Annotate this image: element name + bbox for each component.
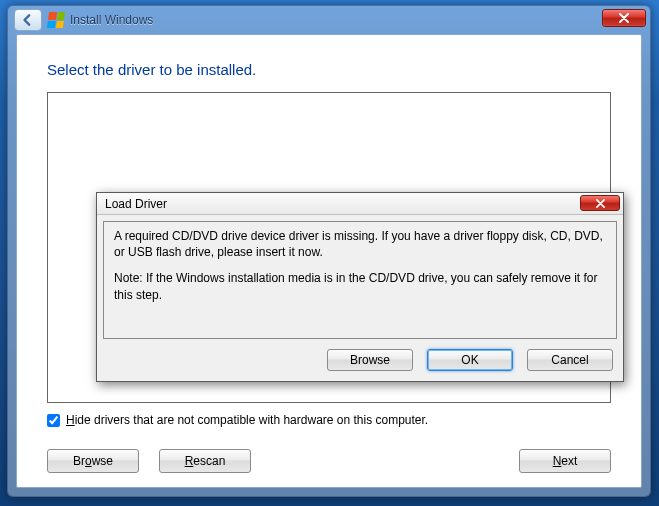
close-icon (595, 199, 606, 208)
back-arrow-icon (21, 13, 35, 27)
page-heading: Select the driver to be installed. (47, 61, 611, 78)
windows-logo-icon (47, 12, 65, 28)
dialog-text-2: Note: If the Windows installation media … (114, 270, 606, 302)
dialog-text-1: A required CD/DVD drive device driver is… (114, 228, 606, 260)
desktop-background: Install Windows Select the driver to be … (0, 0, 659, 506)
back-button[interactable] (14, 9, 42, 31)
next-button[interactable]: Next (519, 449, 611, 473)
dialog-close-button[interactable] (580, 195, 620, 211)
hide-incompatible-row[interactable]: Hide drivers that are not compatible wit… (47, 413, 611, 427)
footer-button-row: Browse Rescan Next (47, 449, 611, 473)
main-window-title: Install Windows (70, 13, 153, 27)
dialog-body: A required CD/DVD drive device driver is… (103, 221, 617, 339)
dialog-titlebar[interactable]: Load Driver (97, 193, 623, 215)
rescan-button[interactable]: Rescan (159, 449, 251, 473)
dialog-cancel-button[interactable]: Cancel (527, 349, 613, 371)
dialog-title: Load Driver (105, 197, 167, 211)
browse-button[interactable]: Browse (47, 449, 139, 473)
close-icon (618, 13, 630, 23)
hide-incompatible-checkbox[interactable] (47, 414, 60, 427)
dialog-browse-button[interactable]: Browse (327, 349, 413, 371)
hide-incompatible-label: Hide drivers that are not compatible wit… (66, 413, 428, 427)
main-titlebar: Install Windows (8, 6, 650, 34)
main-close-button[interactable] (602, 9, 646, 27)
dialog-button-row: Browse OK Cancel (97, 345, 623, 381)
load-driver-dialog: Load Driver A required CD/DVD drive devi… (96, 192, 624, 382)
dialog-ok-button[interactable]: OK (427, 349, 513, 371)
